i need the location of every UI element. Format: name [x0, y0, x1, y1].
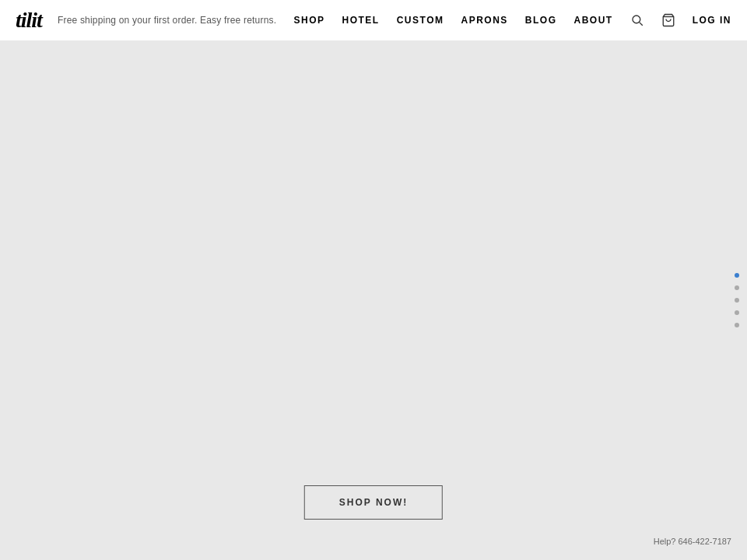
shop-now-button[interactable]: SHOP NOW! — [304, 485, 443, 520]
nav-item-blog[interactable]: BLOG — [525, 15, 557, 26]
main-nav: SHOP HOTEL CUSTOM APRONS BLOG ABOUT LOG … — [294, 13, 732, 27]
help-phone-text: Help? 646-422-7187 — [654, 537, 731, 546]
slide-dot-nav — [735, 273, 739, 327]
svg-point-0 — [633, 16, 640, 23]
search-icon[interactable] — [630, 13, 644, 27]
dot-nav-item-1[interactable] — [735, 273, 739, 278]
nav-item-about[interactable]: ABOUT — [573, 15, 612, 26]
header-left: tilit Free shipping on your first order.… — [16, 8, 276, 33]
nav-item-aprons[interactable]: APRONS — [461, 15, 507, 26]
dot-nav-item-3[interactable] — [735, 298, 739, 303]
header-tagline: Free shipping on your first order. Easy … — [58, 15, 276, 26]
dot-nav-item-5[interactable] — [735, 323, 739, 327]
nav-item-custom[interactable]: CUSTOM — [397, 15, 444, 26]
dot-nav-item-4[interactable] — [735, 310, 739, 315]
nav-item-shop[interactable]: SHOP — [294, 15, 325, 26]
nav-item-login[interactable]: LOG IN — [693, 15, 731, 26]
nav-item-hotel[interactable]: HOTEL — [342, 15, 380, 26]
cart-icon[interactable] — [661, 13, 675, 27]
dot-nav-item-2[interactable] — [735, 285, 739, 290]
svg-line-1 — [639, 23, 642, 26]
main-content: SHOP NOW! Help? 646-422-7187 — [0, 40, 747, 560]
site-header: tilit Free shipping on your first order.… — [0, 0, 747, 40]
site-logo[interactable]: tilit — [16, 8, 42, 33]
